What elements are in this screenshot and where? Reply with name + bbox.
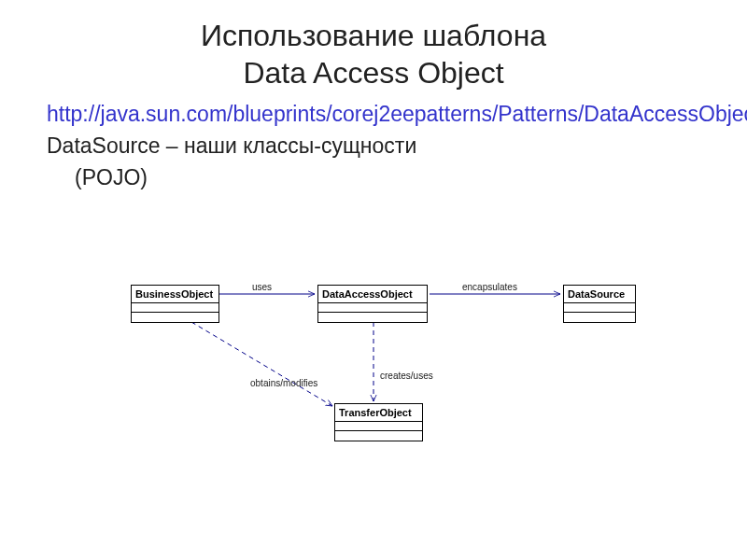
- uml-compartment: [318, 303, 427, 313]
- svg-line-3: [191, 322, 332, 406]
- uml-box-label: DataSource: [564, 286, 635, 303]
- uml-box-label: TransferObject: [335, 404, 422, 422]
- reference-link[interactable]: http://java.sun.com/blueprints/corej2eep…: [47, 101, 700, 129]
- uml-compartment: [318, 313, 427, 322]
- uml-box-label: DataAccessObject: [318, 286, 427, 303]
- label-creates-uses: creates/uses: [380, 371, 433, 381]
- description-line-1: DataSource – наши классы-сущности: [47, 133, 700, 161]
- uml-box-data-source: DataSource: [563, 285, 636, 323]
- uml-compartment: [564, 303, 635, 313]
- uml-compartment: [132, 313, 218, 322]
- uml-compartment: [335, 422, 422, 431]
- label-uses: uses: [252, 282, 272, 292]
- uml-box-business-object: BusinessObject: [131, 285, 219, 323]
- uml-compartment: [564, 313, 635, 322]
- uml-diagram: BusinessObject DataAccessObject DataSour…: [93, 280, 672, 467]
- slide-title: Использование шаблона Data Access Object: [0, 0, 747, 91]
- description-line-2: (POJO): [47, 164, 700, 192]
- uml-compartment: [335, 431, 422, 441]
- label-obtains-modifies: obtains/modifies: [250, 378, 317, 388]
- uml-box-transfer-object: TransferObject: [334, 403, 423, 441]
- title-line-2: Data Access Object: [243, 56, 503, 90]
- slide: Использование шаблона Data Access Object…: [0, 0, 747, 560]
- slide-body: http://java.sun.com/blueprints/corej2eep…: [0, 91, 747, 192]
- uml-box-data-access-object: DataAccessObject: [317, 285, 428, 323]
- title-line-1: Использование шаблона: [201, 19, 546, 52]
- uml-box-label: BusinessObject: [132, 286, 218, 303]
- label-encapsulates: encapsulates: [462, 282, 517, 292]
- uml-compartment: [132, 303, 218, 313]
